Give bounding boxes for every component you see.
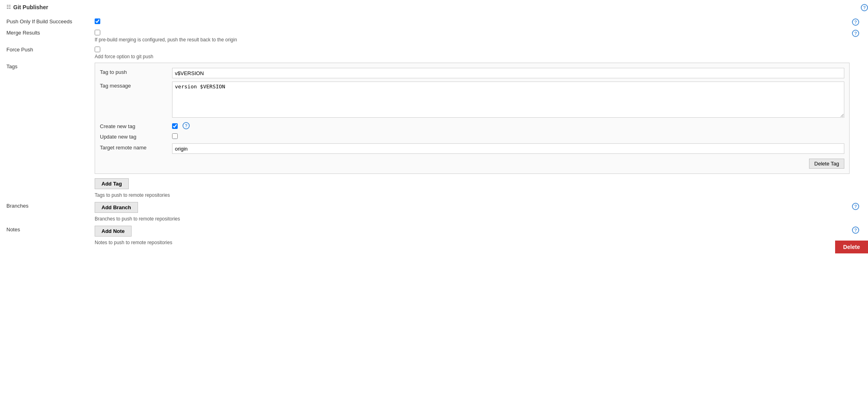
drag-handle[interactable]: ☷	[6, 4, 11, 10]
push-only-checkbox[interactable]	[95, 18, 100, 24]
add-note-button[interactable]: Add Note	[95, 226, 132, 237]
notes-hint: Notes to push to remote repositories	[95, 240, 850, 245]
branches-section-label: Branches	[6, 202, 95, 209]
update-new-tag-checkbox[interactable]	[172, 133, 178, 139]
merge-results-help-icon[interactable]: ?	[852, 30, 859, 37]
branches-hint: Branches to push to remote repositories	[95, 216, 850, 222]
merge-results-label: Merge Results	[6, 29, 95, 36]
add-tag-button[interactable]: Add Tag	[95, 178, 129, 189]
tag-to-push-input[interactable]	[172, 68, 844, 78]
delete-plugin-button[interactable]: Delete	[835, 241, 868, 253]
force-push-label: Force Push	[6, 46, 95, 53]
tags-section-label: Tags	[6, 63, 95, 69]
add-branch-button[interactable]: Add Branch	[95, 202, 138, 213]
update-new-tag-label: Update new tag	[100, 133, 172, 140]
delete-tag-button[interactable]: Delete Tag	[809, 159, 844, 169]
notes-section-label: Notes	[6, 226, 95, 233]
force-push-checkbox[interactable]	[95, 47, 100, 52]
notes-help-icon[interactable]: ?	[852, 226, 859, 234]
create-new-tag-help-icon[interactable]: ?	[183, 122, 190, 129]
push-only-help-icon[interactable]: ?	[852, 18, 859, 26]
merge-results-hint: If pre-build merging is configured, push…	[95, 37, 850, 43]
tag-message-label: Tag message	[100, 82, 172, 89]
merge-results-checkbox[interactable]	[95, 30, 100, 35]
create-new-tag-checkbox[interactable]	[172, 123, 178, 129]
force-push-hint: Add force option to git push	[95, 54, 850, 59]
title-help-icon[interactable]: ?	[861, 4, 868, 11]
tag-message-textarea[interactable]: version $VERSION	[172, 82, 844, 118]
tags-hint: Tags to push to remote repositories	[95, 192, 850, 198]
tag-to-push-label: Tag to push	[100, 68, 172, 75]
target-remote-name-label: Target remote name	[100, 143, 172, 151]
push-only-label: Push Only If Build Succeeds	[6, 18, 95, 24]
plugin-title: Git Publisher	[13, 4, 48, 10]
target-remote-name-input[interactable]	[172, 143, 844, 154]
create-new-tag-label: Create new tag	[100, 122, 172, 129]
branches-help-icon[interactable]: ?	[852, 203, 859, 210]
